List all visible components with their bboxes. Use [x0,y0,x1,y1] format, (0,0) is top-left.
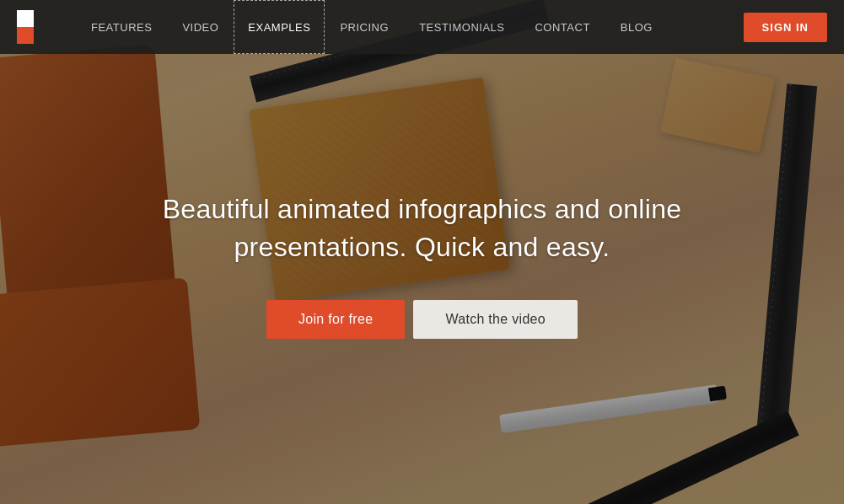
nav-item-pricing[interactable]: PRICING [325,0,404,54]
nav-item-video[interactable]: VIDEO [167,0,234,54]
hero-section: Beautiful animated infographics and onli… [0,0,844,504]
hero-title: Beautiful animated infographics and onli… [153,190,692,266]
nav-item-features[interactable]: FEATURES [76,0,167,54]
logo-white-square [17,10,34,27]
nav-item-testimonials[interactable]: TESTIMONIALS [404,0,519,54]
hero-buttons: Join for free Watch the video [266,300,578,339]
signin-button[interactable]: SIGN IN [744,13,827,42]
nav-links: FEATURES VIDEO EXAMPLES PRICING TESTIMON… [76,0,827,54]
logo-inner [17,10,51,44]
logo-red-square [17,27,34,44]
nav-item-blog[interactable]: BLOG [605,0,668,54]
nav-item-examples[interactable]: EXAMPLES [234,0,325,54]
hero-content: Beautiful animated infographics and onli… [0,0,844,504]
navbar: FEATURES VIDEO EXAMPLES PRICING TESTIMON… [0,0,844,54]
watch-video-button[interactable]: Watch the video [413,300,578,339]
nav-item-contact[interactable]: CONTACT [519,0,605,54]
join-free-button[interactable]: Join for free [266,300,405,339]
logo[interactable] [17,10,51,44]
